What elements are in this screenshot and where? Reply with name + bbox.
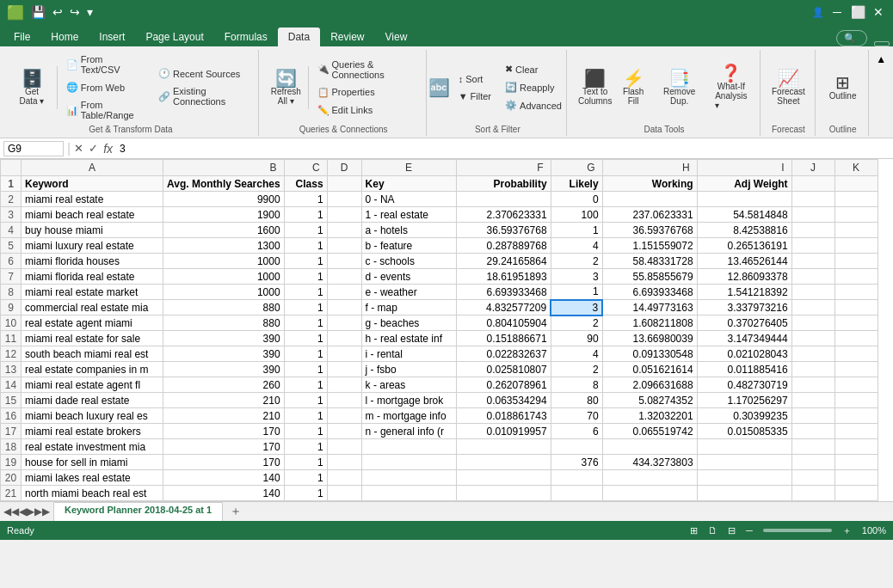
cell-K4[interactable] bbox=[834, 223, 878, 238]
cell-G1[interactable]: Likely bbox=[551, 176, 602, 192]
cell-I14[interactable]: 0.482730719 bbox=[697, 377, 791, 393]
cell-F16[interactable]: 0.018861743 bbox=[456, 408, 551, 424]
add-sheet-button[interactable]: ＋ bbox=[223, 502, 249, 521]
cell-E1[interactable]: Key bbox=[361, 176, 456, 192]
cell-G16[interactable]: 70 bbox=[551, 408, 602, 424]
cell-F5[interactable]: 0.287889768 bbox=[456, 238, 551, 254]
cell-G19[interactable]: 376 bbox=[551, 455, 602, 470]
normal-view-icon[interactable]: ⊞ bbox=[690, 525, 698, 536]
cell-F12[interactable]: 0.022832637 bbox=[456, 346, 551, 362]
cell-I9[interactable]: 3.337973216 bbox=[697, 300, 791, 315]
cell-B5[interactable]: 1300 bbox=[163, 238, 285, 254]
cell-F9[interactable]: 4.832577209 bbox=[456, 300, 551, 315]
col-header-f[interactable]: F bbox=[456, 160, 551, 176]
cell-F6[interactable]: 29.24165864 bbox=[456, 254, 551, 269]
cell-A21[interactable]: north miami beach real est bbox=[22, 486, 163, 501]
cell-D6[interactable] bbox=[327, 254, 361, 269]
col-header-h[interactable]: H bbox=[602, 160, 697, 176]
cell-B12[interactable]: 390 bbox=[163, 346, 285, 362]
cell-G3[interactable]: 100 bbox=[551, 207, 602, 223]
cell-J4[interactable] bbox=[791, 223, 834, 238]
cell-J1[interactable] bbox=[791, 176, 834, 192]
name-box[interactable] bbox=[3, 141, 64, 156]
cell-D8[interactable] bbox=[327, 285, 361, 300]
cell-J21[interactable] bbox=[791, 486, 834, 501]
cell-I8[interactable]: 1.541218392 bbox=[697, 285, 791, 300]
zoom-minus-icon[interactable]: ─ bbox=[746, 525, 753, 536]
cell-B15[interactable]: 210 bbox=[163, 393, 285, 408]
cell-I3[interactable]: 54.5814848 bbox=[697, 207, 791, 223]
cell-I2[interactable] bbox=[697, 192, 791, 207]
cell-B13[interactable]: 390 bbox=[163, 362, 285, 377]
cell-B3[interactable]: 1900 bbox=[163, 207, 285, 223]
cell-I21[interactable] bbox=[697, 486, 791, 501]
cell-B21[interactable]: 140 bbox=[163, 486, 285, 501]
cell-A8[interactable]: miami real estate market bbox=[22, 285, 163, 300]
cell-B10[interactable]: 880 bbox=[163, 315, 285, 331]
cell-G15[interactable]: 80 bbox=[551, 393, 602, 408]
cell-D15[interactable] bbox=[327, 393, 361, 408]
cell-J13[interactable] bbox=[791, 362, 834, 377]
sort-button[interactable]: ↕️ Sort bbox=[453, 71, 496, 87]
sheet-last-button[interactable]: ▶▶ bbox=[27, 505, 42, 518]
col-header-b[interactable]: B bbox=[163, 160, 285, 176]
cell-J8[interactable] bbox=[791, 285, 834, 300]
cell-C16[interactable]: 1 bbox=[284, 408, 327, 424]
col-header-k[interactable]: K bbox=[834, 160, 878, 176]
cell-D14[interactable] bbox=[327, 377, 361, 393]
cell-G8[interactable]: 1 bbox=[551, 285, 602, 300]
cell-A2[interactable]: miami real estate bbox=[22, 192, 163, 207]
cell-C21[interactable]: 1 bbox=[284, 486, 327, 501]
cell-H16[interactable]: 1.32032201 bbox=[602, 408, 697, 424]
cell-H1[interactable]: Working bbox=[602, 176, 697, 192]
col-header-c[interactable]: C bbox=[284, 160, 327, 176]
cell-B20[interactable]: 140 bbox=[163, 470, 285, 486]
cell-I1[interactable]: Adj Weight bbox=[697, 176, 791, 192]
col-header-e[interactable]: E bbox=[361, 160, 456, 176]
cell-F18[interactable] bbox=[456, 439, 551, 455]
cell-F8[interactable]: 6.693933468 bbox=[456, 285, 551, 300]
from-table-range-button[interactable]: 📊 From Table/Range bbox=[61, 97, 150, 123]
cell-C3[interactable]: 1 bbox=[284, 207, 327, 223]
tab-formulas[interactable]: Formulas bbox=[214, 28, 278, 46]
cell-C6[interactable]: 1 bbox=[284, 254, 327, 269]
cell-J2[interactable] bbox=[791, 192, 834, 207]
undo-button[interactable]: ↩ bbox=[51, 3, 65, 21]
cell-J12[interactable] bbox=[791, 346, 834, 362]
cell-E7[interactable]: d - events bbox=[361, 269, 456, 285]
cell-I7[interactable]: 12.86093378 bbox=[697, 269, 791, 285]
cell-G12[interactable]: 4 bbox=[551, 346, 602, 362]
cell-B9[interactable]: 880 bbox=[163, 300, 285, 315]
sheet-tab-main[interactable]: Keyword Planner 2018-04-25 at 1 bbox=[53, 502, 223, 521]
confirm-formula-icon[interactable]: ✓ bbox=[89, 142, 98, 155]
cell-E8[interactable]: e - weather bbox=[361, 285, 456, 300]
reapply-button[interactable]: 🔄 Reapply bbox=[500, 79, 567, 95]
cell-C11[interactable]: 1 bbox=[284, 331, 327, 346]
cell-J3[interactable] bbox=[791, 207, 834, 223]
cell-G14[interactable]: 8 bbox=[551, 377, 602, 393]
cell-K13[interactable] bbox=[834, 362, 878, 377]
cell-J7[interactable] bbox=[791, 269, 834, 285]
cell-I11[interactable]: 3.147349444 bbox=[697, 331, 791, 346]
cell-I17[interactable]: 0.015085335 bbox=[697, 424, 791, 439]
cell-E16[interactable]: m - mortgage info bbox=[361, 408, 456, 424]
cell-E4[interactable]: a - hotels bbox=[361, 223, 456, 238]
close-button[interactable]: ✕ bbox=[871, 4, 886, 20]
tab-data[interactable]: Data bbox=[278, 28, 320, 46]
cell-C9[interactable]: 1 bbox=[284, 300, 327, 315]
col-header-j[interactable]: J bbox=[791, 160, 834, 176]
cell-E19[interactable] bbox=[361, 455, 456, 470]
cell-C7[interactable]: 1 bbox=[284, 269, 327, 285]
zoom-slider[interactable] bbox=[763, 529, 832, 532]
cell-F3[interactable]: 2.370623331 bbox=[456, 207, 551, 223]
cell-D1[interactable] bbox=[327, 176, 361, 192]
cell-F2[interactable] bbox=[456, 192, 551, 207]
cell-A20[interactable]: miami lakes real estate bbox=[22, 470, 163, 486]
col-header-g[interactable]: G bbox=[551, 160, 602, 176]
cancel-formula-icon[interactable]: ✕ bbox=[74, 142, 83, 155]
cell-E3[interactable]: 1 - real estate bbox=[361, 207, 456, 223]
cell-A4[interactable]: buy house miami bbox=[22, 223, 163, 238]
cell-A10[interactable]: real estate agent miami bbox=[22, 315, 163, 331]
cell-D2[interactable] bbox=[327, 192, 361, 207]
cell-J5[interactable] bbox=[791, 238, 834, 254]
